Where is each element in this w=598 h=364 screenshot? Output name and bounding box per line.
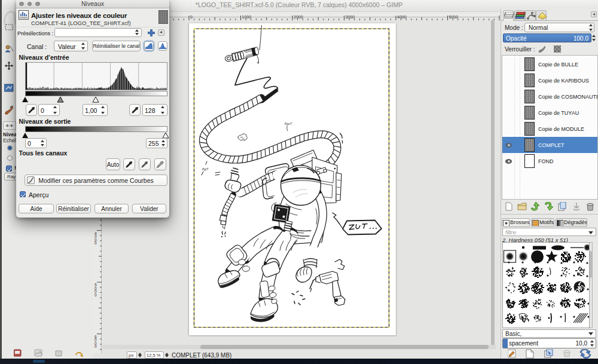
svg-text:PɡiT: PɡiT [202, 167, 209, 171]
svg-text:3000: 3000 [346, 15, 355, 19]
svg-text:0: 0 [190, 15, 193, 19]
svg-text:4000: 4000 [397, 15, 407, 19]
svg-text:0: 0 [94, 293, 97, 297]
svg-text:2000: 2000 [294, 15, 303, 19]
svg-text:1000: 1000 [242, 15, 252, 19]
svg-text:PɡuT: PɡuT [285, 122, 292, 126]
svg-text:0: 0 [94, 344, 97, 348]
svg-text:0: 0 [94, 241, 97, 245]
svg-text:5000: 5000 [449, 15, 459, 19]
